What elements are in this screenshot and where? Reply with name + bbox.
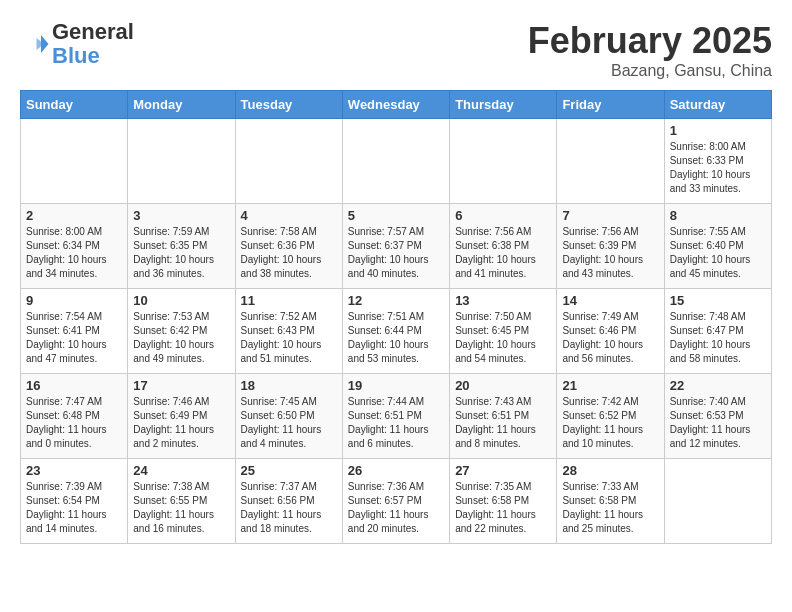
day-info: Sunrise: 7:33 AM Sunset: 6:58 PM Dayligh… (562, 480, 658, 536)
calendar-day-cell: 9Sunrise: 7:54 AM Sunset: 6:41 PM Daylig… (21, 289, 128, 374)
day-info: Sunrise: 7:48 AM Sunset: 6:47 PM Dayligh… (670, 310, 766, 366)
calendar-day-cell: 20Sunrise: 7:43 AM Sunset: 6:51 PM Dayli… (450, 374, 557, 459)
calendar-day-cell: 22Sunrise: 7:40 AM Sunset: 6:53 PM Dayli… (664, 374, 771, 459)
calendar-day-cell: 16Sunrise: 7:47 AM Sunset: 6:48 PM Dayli… (21, 374, 128, 459)
day-number: 27 (455, 463, 551, 478)
day-info: Sunrise: 7:59 AM Sunset: 6:35 PM Dayligh… (133, 225, 229, 281)
day-info: Sunrise: 8:00 AM Sunset: 6:34 PM Dayligh… (26, 225, 122, 281)
day-number: 4 (241, 208, 337, 223)
day-number: 7 (562, 208, 658, 223)
day-info: Sunrise: 7:57 AM Sunset: 6:37 PM Dayligh… (348, 225, 444, 281)
day-number: 28 (562, 463, 658, 478)
day-number: 5 (348, 208, 444, 223)
calendar-day-cell: 8Sunrise: 7:55 AM Sunset: 6:40 PM Daylig… (664, 204, 771, 289)
calendar-day-cell: 19Sunrise: 7:44 AM Sunset: 6:51 PM Dayli… (342, 374, 449, 459)
day-number: 15 (670, 293, 766, 308)
col-header-sunday: Sunday (21, 91, 128, 119)
calendar-day-cell: 24Sunrise: 7:38 AM Sunset: 6:55 PM Dayli… (128, 459, 235, 544)
calendar-table: SundayMondayTuesdayWednesdayThursdayFrid… (20, 90, 772, 544)
page-header: General Blue February 2025 Bazang, Gansu… (20, 20, 772, 80)
day-info: Sunrise: 7:35 AM Sunset: 6:58 PM Dayligh… (455, 480, 551, 536)
calendar-day-cell: 12Sunrise: 7:51 AM Sunset: 6:44 PM Dayli… (342, 289, 449, 374)
day-number: 21 (562, 378, 658, 393)
day-info: Sunrise: 7:40 AM Sunset: 6:53 PM Dayligh… (670, 395, 766, 451)
calendar-day-cell: 25Sunrise: 7:37 AM Sunset: 6:56 PM Dayli… (235, 459, 342, 544)
calendar-day-cell: 15Sunrise: 7:48 AM Sunset: 6:47 PM Dayli… (664, 289, 771, 374)
day-info: Sunrise: 7:44 AM Sunset: 6:51 PM Dayligh… (348, 395, 444, 451)
day-number: 3 (133, 208, 229, 223)
day-info: Sunrise: 7:38 AM Sunset: 6:55 PM Dayligh… (133, 480, 229, 536)
calendar-day-cell: 3Sunrise: 7:59 AM Sunset: 6:35 PM Daylig… (128, 204, 235, 289)
day-info: Sunrise: 7:49 AM Sunset: 6:46 PM Dayligh… (562, 310, 658, 366)
day-info: Sunrise: 7:53 AM Sunset: 6:42 PM Dayligh… (133, 310, 229, 366)
day-info: Sunrise: 7:50 AM Sunset: 6:45 PM Dayligh… (455, 310, 551, 366)
calendar-day-cell (342, 119, 449, 204)
calendar-week-row: 23Sunrise: 7:39 AM Sunset: 6:54 PM Dayli… (21, 459, 772, 544)
logo: General Blue (20, 20, 134, 68)
day-number: 1 (670, 123, 766, 138)
day-info: Sunrise: 7:54 AM Sunset: 6:41 PM Dayligh… (26, 310, 122, 366)
month-title: February 2025 (528, 20, 772, 62)
day-number: 19 (348, 378, 444, 393)
calendar-day-cell (450, 119, 557, 204)
day-info: Sunrise: 7:46 AM Sunset: 6:49 PM Dayligh… (133, 395, 229, 451)
day-info: Sunrise: 7:47 AM Sunset: 6:48 PM Dayligh… (26, 395, 122, 451)
logo-text: General Blue (52, 20, 134, 68)
calendar-week-row: 16Sunrise: 7:47 AM Sunset: 6:48 PM Dayli… (21, 374, 772, 459)
calendar-day-cell (557, 119, 664, 204)
day-number: 10 (133, 293, 229, 308)
col-header-thursday: Thursday (450, 91, 557, 119)
day-number: 22 (670, 378, 766, 393)
calendar-week-row: 2Sunrise: 8:00 AM Sunset: 6:34 PM Daylig… (21, 204, 772, 289)
calendar-day-cell: 21Sunrise: 7:42 AM Sunset: 6:52 PM Dayli… (557, 374, 664, 459)
day-info: Sunrise: 7:56 AM Sunset: 6:38 PM Dayligh… (455, 225, 551, 281)
calendar-day-cell: 18Sunrise: 7:45 AM Sunset: 6:50 PM Dayli… (235, 374, 342, 459)
calendar-day-cell: 5Sunrise: 7:57 AM Sunset: 6:37 PM Daylig… (342, 204, 449, 289)
day-info: Sunrise: 8:00 AM Sunset: 6:33 PM Dayligh… (670, 140, 766, 196)
calendar-day-cell: 11Sunrise: 7:52 AM Sunset: 6:43 PM Dayli… (235, 289, 342, 374)
calendar-day-cell (21, 119, 128, 204)
day-info: Sunrise: 7:37 AM Sunset: 6:56 PM Dayligh… (241, 480, 337, 536)
col-header-saturday: Saturday (664, 91, 771, 119)
calendar-day-cell: 23Sunrise: 7:39 AM Sunset: 6:54 PM Dayli… (21, 459, 128, 544)
day-number: 17 (133, 378, 229, 393)
title-area: February 2025 Bazang, Gansu, China (528, 20, 772, 80)
calendar-week-row: 9Sunrise: 7:54 AM Sunset: 6:41 PM Daylig… (21, 289, 772, 374)
day-number: 2 (26, 208, 122, 223)
day-number: 26 (348, 463, 444, 478)
day-number: 13 (455, 293, 551, 308)
logo-icon (20, 29, 50, 59)
day-info: Sunrise: 7:56 AM Sunset: 6:39 PM Dayligh… (562, 225, 658, 281)
calendar-day-cell (128, 119, 235, 204)
col-header-monday: Monday (128, 91, 235, 119)
col-header-tuesday: Tuesday (235, 91, 342, 119)
day-number: 18 (241, 378, 337, 393)
calendar-day-cell: 13Sunrise: 7:50 AM Sunset: 6:45 PM Dayli… (450, 289, 557, 374)
calendar-day-cell: 2Sunrise: 8:00 AM Sunset: 6:34 PM Daylig… (21, 204, 128, 289)
day-info: Sunrise: 7:58 AM Sunset: 6:36 PM Dayligh… (241, 225, 337, 281)
calendar-day-cell: 4Sunrise: 7:58 AM Sunset: 6:36 PM Daylig… (235, 204, 342, 289)
calendar-day-cell: 17Sunrise: 7:46 AM Sunset: 6:49 PM Dayli… (128, 374, 235, 459)
day-info: Sunrise: 7:55 AM Sunset: 6:40 PM Dayligh… (670, 225, 766, 281)
calendar-day-cell: 14Sunrise: 7:49 AM Sunset: 6:46 PM Dayli… (557, 289, 664, 374)
day-number: 6 (455, 208, 551, 223)
day-number: 25 (241, 463, 337, 478)
day-info: Sunrise: 7:39 AM Sunset: 6:54 PM Dayligh… (26, 480, 122, 536)
col-header-friday: Friday (557, 91, 664, 119)
location: Bazang, Gansu, China (528, 62, 772, 80)
calendar-day-cell: 7Sunrise: 7:56 AM Sunset: 6:39 PM Daylig… (557, 204, 664, 289)
calendar-day-cell: 28Sunrise: 7:33 AM Sunset: 6:58 PM Dayli… (557, 459, 664, 544)
day-number: 20 (455, 378, 551, 393)
calendar-day-cell (664, 459, 771, 544)
day-number: 23 (26, 463, 122, 478)
day-info: Sunrise: 7:42 AM Sunset: 6:52 PM Dayligh… (562, 395, 658, 451)
day-number: 16 (26, 378, 122, 393)
day-number: 9 (26, 293, 122, 308)
day-number: 8 (670, 208, 766, 223)
calendar-day-cell (235, 119, 342, 204)
calendar-day-cell: 6Sunrise: 7:56 AM Sunset: 6:38 PM Daylig… (450, 204, 557, 289)
day-info: Sunrise: 7:43 AM Sunset: 6:51 PM Dayligh… (455, 395, 551, 451)
day-number: 12 (348, 293, 444, 308)
day-number: 14 (562, 293, 658, 308)
day-info: Sunrise: 7:51 AM Sunset: 6:44 PM Dayligh… (348, 310, 444, 366)
